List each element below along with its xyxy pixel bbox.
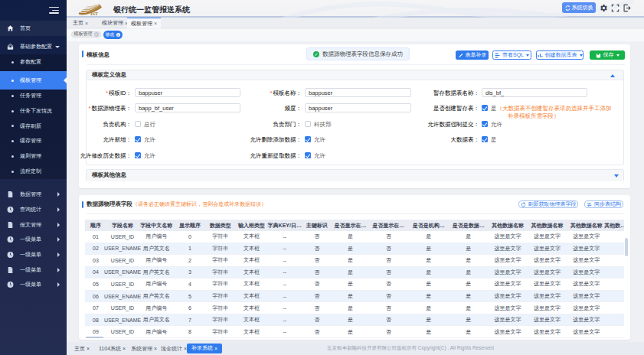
svg-text:IST: IST bbox=[90, 11, 99, 16]
